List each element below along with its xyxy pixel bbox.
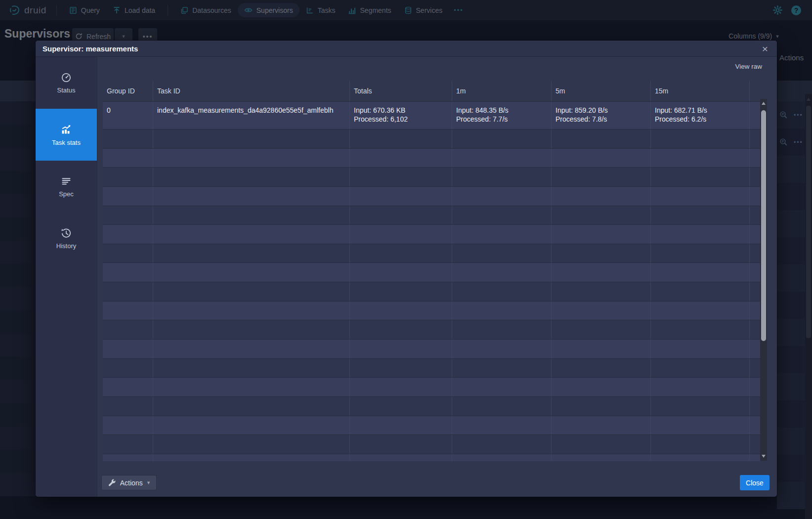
dialog-side-tabs: StatusTask statsSpecHistory <box>36 57 97 497</box>
cell-line: Processed: 7.7/s <box>456 115 547 124</box>
empty-table-row <box>103 378 760 397</box>
empty-table-row <box>103 244 760 263</box>
empty-cell <box>552 187 651 206</box>
empty-cell <box>103 454 153 461</box>
tab-history[interactable]: History <box>36 213 97 264</box>
empty-cell <box>153 378 350 396</box>
filler-cell <box>750 225 760 244</box>
header-cell[interactable]: 1m <box>452 81 552 101</box>
empty-cell <box>103 206 153 225</box>
empty-cell <box>350 435 452 454</box>
empty-table-row <box>103 282 760 302</box>
dialog-close-button[interactable]: Close <box>740 475 769 490</box>
empty-cell <box>350 340 452 358</box>
table-header-row: Group IDTask IDTotals1m5m15m <box>103 81 760 102</box>
empty-cell <box>552 454 651 461</box>
tab-task-stats[interactable]: Task stats <box>36 109 97 161</box>
empty-cell <box>452 206 552 225</box>
cell-line: Input: 670.36 KB <box>354 106 448 115</box>
empty-cell <box>452 225 552 244</box>
view-raw-link[interactable]: View raw <box>735 63 762 70</box>
empty-table-row <box>103 435 760 454</box>
empty-table-row <box>103 187 760 206</box>
table-cell-m5: Input: 859.20 B/sProcessed: 7.8/s <box>552 102 651 129</box>
filler-cell <box>750 149 760 168</box>
empty-cell <box>452 263 552 282</box>
tab-label: Task stats <box>52 139 81 146</box>
empty-cell <box>452 149 552 168</box>
empty-table-row <box>103 320 760 340</box>
dialog-actions-button[interactable]: Actions ▾ <box>101 475 157 490</box>
table-cell-group_id: 0 <box>103 102 153 129</box>
empty-cell <box>350 225 452 244</box>
empty-cell <box>103 263 153 282</box>
empty-cell <box>452 302 552 320</box>
cell-line: Input: 848.35 B/s <box>456 106 547 115</box>
tab-status[interactable]: Status <box>36 57 97 109</box>
empty-table-row <box>103 149 760 168</box>
empty-cell <box>651 187 750 206</box>
filler-cell <box>750 416 760 435</box>
empty-cell <box>103 149 153 168</box>
empty-cell <box>350 359 452 378</box>
empty-cell <box>552 225 651 244</box>
empty-cell <box>350 206 452 225</box>
tab-spec[interactable]: Spec <box>36 161 97 213</box>
filler-cell <box>750 359 760 378</box>
empty-cell <box>153 244 350 263</box>
empty-cell <box>552 168 651 186</box>
empty-cell <box>350 416 452 435</box>
empty-table-row <box>103 340 760 359</box>
empty-table-row <box>103 168 760 187</box>
filler-cell <box>750 263 760 282</box>
empty-cell <box>350 263 452 282</box>
supervisor-dialog: Supervisor: measurements × StatusTask st… <box>36 41 777 497</box>
tab-label: Status <box>57 86 76 94</box>
cell-line: Processed: 7.8/s <box>556 115 646 124</box>
empty-cell <box>452 435 552 454</box>
close-icon[interactable]: × <box>760 43 770 54</box>
filler-cell <box>750 102 760 129</box>
header-cell[interactable]: Task ID <box>153 81 350 101</box>
header-cell[interactable]: Totals <box>350 81 452 101</box>
scroll-down-arrow-icon[interactable] <box>762 455 766 458</box>
empty-cell <box>350 454 452 461</box>
empty-table-row <box>103 359 760 378</box>
empty-cell <box>552 378 651 396</box>
empty-cell <box>103 435 153 454</box>
empty-cell <box>350 282 452 301</box>
empty-cell <box>350 130 452 148</box>
empty-cell <box>651 282 750 301</box>
table-body: Group IDTask IDTotals1m5m15m0index_kafka… <box>103 81 760 461</box>
empty-cell <box>153 187 350 206</box>
dialog-actions-label: Actions <box>120 479 143 487</box>
table-scrollbar-thumb[interactable] <box>761 110 766 341</box>
cell-line: Processed: 6.2/s <box>655 115 745 124</box>
table-scrollbar[interactable] <box>760 99 767 461</box>
empty-cell <box>350 378 452 396</box>
empty-cell <box>153 149 350 168</box>
header-cell[interactable]: 5m <box>552 81 651 101</box>
scroll-up-arrow-icon[interactable] <box>762 102 766 105</box>
empty-cell <box>153 302 350 320</box>
empty-table-row <box>103 263 760 282</box>
empty-cell <box>103 416 153 435</box>
empty-cell <box>153 320 350 339</box>
header-cell[interactable]: Group ID <box>103 81 153 101</box>
empty-cell <box>452 378 552 396</box>
spec-icon <box>61 176 72 187</box>
empty-cell <box>651 378 750 396</box>
wrench-icon <box>108 479 116 486</box>
empty-cell <box>552 206 651 225</box>
empty-table-row <box>103 206 760 225</box>
empty-cell <box>552 302 651 320</box>
empty-cell <box>153 359 350 378</box>
empty-cell <box>552 282 651 301</box>
empty-cell <box>552 416 651 435</box>
filler-cell <box>750 454 760 461</box>
empty-cell <box>651 149 750 168</box>
header-cell[interactable]: 15m <box>651 81 750 101</box>
table-cell-m1: Input: 848.35 B/sProcessed: 7.7/s <box>452 102 552 129</box>
empty-cell <box>651 340 750 358</box>
filler-cell <box>750 320 760 339</box>
